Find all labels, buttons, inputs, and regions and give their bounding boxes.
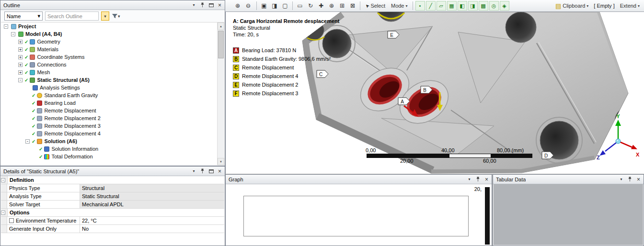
- vertex-filter-button[interactable]: •: [415, 1, 425, 11]
- legend-key-badge: E: [233, 82, 239, 88]
- tree-item-analysis-settings[interactable]: Analysis Settings: [1, 84, 217, 91]
- expand-icon[interactable]: +: [18, 63, 23, 67]
- tree-item-remote-displacement[interactable]: Remote Displacement: [1, 107, 217, 114]
- close-icon[interactable]: ×: [635, 176, 642, 182]
- tree-item-label: Geometry: [37, 39, 60, 45]
- magnifier-filter-button[interactable]: ◎: [489, 1, 499, 11]
- mode-dropdown[interactable]: Mode ▾: [389, 1, 410, 11]
- tree-item-materials[interactable]: + Materials: [1, 45, 217, 53]
- pin-icon[interactable]: [199, 168, 206, 174]
- body-filter-button[interactable]: ▦: [447, 1, 457, 11]
- tree-item-remote-displacement-4[interactable]: Remote Displacement 4: [1, 130, 217, 137]
- coordinate-picker-button[interactable]: ◈: [500, 1, 509, 11]
- expand-icon[interactable]: +: [18, 40, 23, 44]
- expand-icon[interactable]: +: [18, 55, 23, 59]
- filter-type-combo[interactable]: Name ▾: [4, 11, 43, 21]
- tree-item-standard-earth-gravity[interactable]: Standard Earth Gravity: [1, 91, 217, 99]
- tree-item-remote-displacement-2[interactable]: Remote Displacement 2: [1, 114, 217, 122]
- select-label: Select: [370, 3, 385, 9]
- face-filter-button[interactable]: ▱: [437, 1, 446, 11]
- float-window-icon[interactable]: [208, 2, 214, 8]
- extend-to-limits-button[interactable]: ◨: [468, 1, 478, 11]
- scrollbar-thumb[interactable]: [218, 31, 224, 58]
- pin-icon[interactable]: [627, 176, 633, 182]
- details-row-environment-temperature[interactable]: Environment Temperature 22, °C: [1, 217, 224, 225]
- tabular-titlebar: Tabular Data ▾ ×: [493, 175, 644, 184]
- tree-item-coordinate-systems[interactable]: + Coordinate Systems: [1, 53, 217, 61]
- tree-item-mesh[interactable]: + Mesh: [1, 68, 217, 76]
- search-outline-input[interactable]: [45, 11, 99, 21]
- select-mode-button[interactable]: ➤ Select: [363, 1, 388, 11]
- expand-icon[interactable]: +: [18, 47, 23, 52]
- tree-item-bearing-load[interactable]: Bearing Load: [1, 99, 217, 107]
- tree-item-model[interactable]: - Model (A4, B4): [1, 30, 217, 38]
- shaded-view-button[interactable]: ◨: [270, 1, 279, 11]
- graph-plot-area[interactable]: [243, 196, 469, 236]
- pin-icon[interactable]: [199, 2, 206, 8]
- zoom-button[interactable]: ⊕: [327, 1, 336, 11]
- extend-to-adjacent-button[interactable]: ◧: [458, 1, 467, 11]
- outline-panel: Outline ▾ × Name ▾ ▾ ▾ -: [0, 0, 225, 166]
- row-gutter: [1, 225, 7, 233]
- selection-box-button[interactable]: ▭: [295, 1, 305, 11]
- tree-item-total-deformation[interactable]: Total Deformation: [1, 153, 217, 160]
- tree-item-static-structural[interactable]: - Static Structural (A5): [1, 76, 217, 84]
- tree-item-project[interactable]: - Project: [1, 22, 217, 30]
- details-group-options[interactable]: - Options: [1, 209, 224, 217]
- panel-menu-chevron-icon[interactable]: ▾: [466, 176, 472, 182]
- scroll-up-icon[interactable]: ▲: [218, 22, 224, 30]
- filter-funnel-button[interactable]: ▾: [112, 11, 121, 21]
- outline-scrollbar[interactable]: ▲ ▼: [217, 22, 224, 165]
- close-icon[interactable]: ×: [217, 168, 223, 174]
- zoom-in-button[interactable]: ⊕: [233, 1, 242, 11]
- orientation-triad[interactable]: Y X Z: [586, 113, 644, 167]
- checkbox[interactable]: [9, 218, 14, 223]
- property-name-text: Environment Temperature: [16, 218, 76, 224]
- row-gutter: [1, 192, 7, 200]
- tree-item-solution[interactable]: - Solution (A6): [1, 137, 217, 145]
- collapse-expander-icon[interactable]: -: [4, 24, 8, 29]
- search-options-button[interactable]: ▾: [101, 11, 109, 21]
- edge-filter-button[interactable]: ╱: [426, 1, 436, 11]
- details-row-generate-input-only[interactable]: Generate Input Only No: [1, 225, 224, 233]
- 3d-viewport[interactable]: E C A B D A: Carga Horizontal Remote des…: [225, 12, 644, 174]
- property-value[interactable]: No: [80, 225, 224, 233]
- tree-item-connections[interactable]: + Connections: [1, 61, 217, 68]
- tree-item-solution-information[interactable]: Solution Information: [1, 145, 217, 153]
- select-all-button[interactable]: ▩: [479, 1, 488, 11]
- graph-time-indicator[interactable]: [485, 187, 490, 245]
- rotate-button[interactable]: ↻: [306, 1, 315, 11]
- pin-icon[interactable]: [475, 176, 481, 182]
- scroll-down-icon[interactable]: ▼: [218, 158, 224, 165]
- check-icon: [32, 108, 35, 113]
- collapse-expander-icon[interactable]: -: [25, 139, 30, 144]
- float-window-icon[interactable]: [208, 168, 214, 174]
- pan-button[interactable]: ✚: [316, 1, 326, 11]
- svg-text:D: D: [544, 153, 548, 158]
- details-group-definition[interactable]: - Definition: [1, 176, 224, 184]
- panel-menu-chevron-icon[interactable]: ▾: [191, 168, 197, 174]
- isometric-view-button[interactable]: ▣: [259, 1, 269, 11]
- clipboard-dropdown[interactable]: ▤ Clipboard ▾: [553, 1, 591, 11]
- graphics-toolbar: ⊕ ⊖ ▣ ◨ ▢ ▭ ↻ ✚ ⊕ ⊞ ⊠ ➤ Select Mode ▾ • …: [225, 0, 644, 12]
- bolt-hole: [506, 12, 536, 43]
- close-icon[interactable]: ×: [483, 176, 490, 182]
- group-collapse-icon[interactable]: -: [1, 211, 5, 215]
- outline-title: Outline: [3, 2, 20, 8]
- tree-item-geometry[interactable]: + Geometry: [1, 38, 217, 45]
- wireframe-view-button[interactable]: ▢: [280, 1, 290, 11]
- property-value[interactable]: 22, °C: [80, 217, 224, 224]
- extend-dropdown[interactable]: Extend ▾: [618, 1, 642, 11]
- zoom-to-fit-button[interactable]: ⊠: [348, 1, 357, 11]
- zoom-out-button[interactable]: ⊖: [243, 1, 253, 11]
- row-gutter: [1, 201, 7, 208]
- box-zoom-button[interactable]: ⊞: [337, 1, 347, 11]
- close-icon[interactable]: ×: [217, 2, 223, 8]
- collapse-expander-icon[interactable]: -: [11, 32, 15, 36]
- group-collapse-icon[interactable]: -: [1, 178, 5, 182]
- panel-menu-chevron-icon[interactable]: ▾: [618, 176, 624, 182]
- tree-item-remote-displacement-3[interactable]: Remote Displacement 3: [1, 122, 217, 130]
- panel-menu-chevron-icon[interactable]: ▾: [191, 2, 197, 8]
- expand-icon[interactable]: +: [18, 70, 23, 75]
- collapse-expander-icon[interactable]: -: [18, 78, 23, 82]
